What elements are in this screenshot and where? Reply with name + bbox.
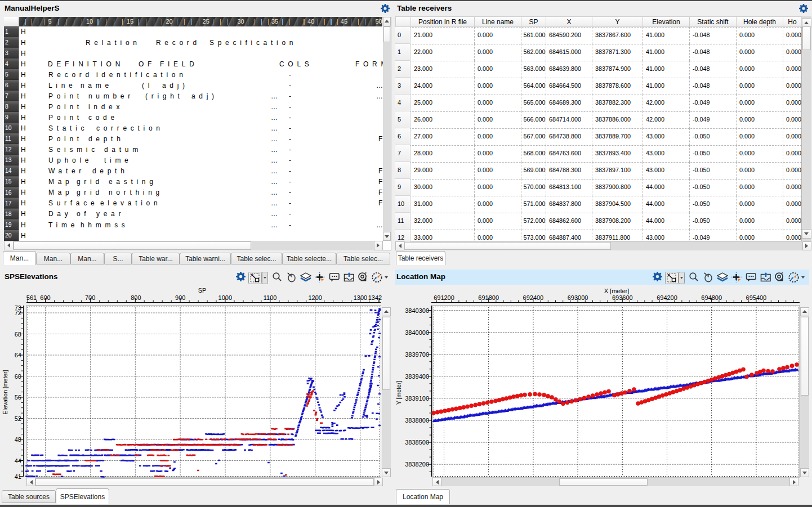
svg-text:3839400: 3839400: [405, 373, 429, 380]
svg-text:3838800: 3838800: [405, 417, 429, 424]
svg-text:3839100: 3839100: [405, 395, 429, 402]
svg-text:3838500: 3838500: [405, 439, 429, 446]
svg-text:3840000: 3840000: [405, 329, 429, 336]
svg-text:Y [meter]: Y [meter]: [395, 381, 402, 405]
svg-text:3839700: 3839700: [405, 351, 429, 358]
svg-text:3840300: 3840300: [405, 307, 429, 314]
svg-text:3838200: 3838200: [405, 461, 429, 468]
svg-text:X [meter]: X [meter]: [604, 288, 630, 294]
